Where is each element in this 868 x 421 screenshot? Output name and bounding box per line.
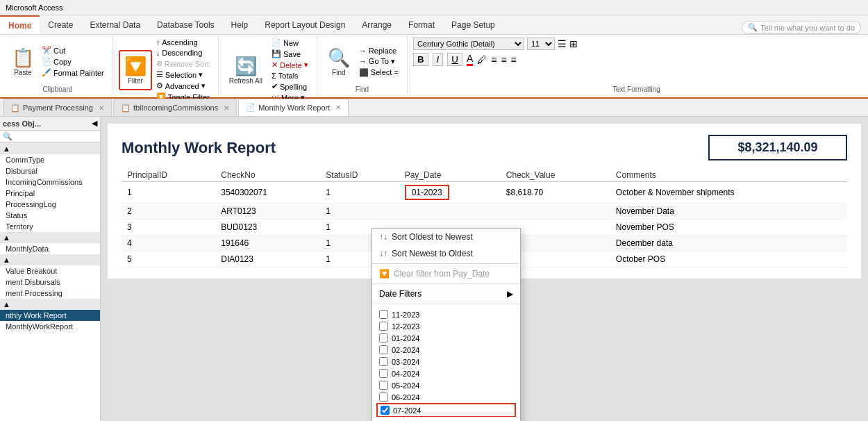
align-center-icon: ≡ <box>501 54 506 65</box>
spelling-button[interactable]: ✔ Spelling <box>269 81 311 92</box>
clear-filter-button[interactable]: 🔽 Clear filter from Pay_Date <box>372 265 520 282</box>
sidebar-item-value-breakout[interactable]: Value Breakout <box>0 265 100 276</box>
descending-icon: ↓ <box>156 49 160 57</box>
sidebar-item-status[interactable]: Status <box>0 210 100 221</box>
sidebar-item-territory[interactable]: Territory <box>0 221 100 232</box>
cut-button[interactable]: ✂️ Cut <box>39 45 107 56</box>
checkbox-12-2023[interactable] <box>379 322 388 331</box>
report-total: $8,321,140.09 <box>737 140 817 154</box>
delete-icon: ✕ <box>272 60 278 69</box>
ascending-button[interactable]: ↑ Ascending <box>153 38 212 47</box>
italic-button[interactable]: I <box>433 53 444 66</box>
paste-button[interactable]: 📋 Paste <box>8 42 37 82</box>
sidebar-forms-header[interactable]: ▲ <box>0 299 100 310</box>
col-check-value: Check_Value <box>501 169 610 182</box>
replace-button[interactable]: → Replace <box>356 46 401 56</box>
filter-button[interactable]: 🔽 Filter <box>119 50 152 90</box>
checkbox-03-2024[interactable] <box>379 357 388 366</box>
records-group: 🔄 Refresh All 📄 New 💾 Save ✕ Delete ▾ <box>219 36 317 94</box>
cell-comments-3: November POS <box>610 220 847 236</box>
sort-oldest-button[interactable]: ↑↓ Sort Oldest to Newest <box>372 229 520 245</box>
tab-monthly-report[interactable]: 📄 Monthly Work Report ✕ <box>238 99 349 116</box>
checkbox-01-2024[interactable] <box>379 333 388 342</box>
remove-sort-icon: ⊗ <box>156 59 162 68</box>
filter-check-01-2024[interactable]: 01-2024 <box>376 332 516 344</box>
tab-incoming-icon: 📋 <box>121 104 131 113</box>
tab-database-tools[interactable]: Database Tools <box>149 15 223 34</box>
sidebar-item-principal[interactable]: Principal <box>0 188 100 199</box>
tab-monthly-close[interactable]: ✕ <box>335 104 341 111</box>
cell-check-3: BUD0123 <box>215 220 320 236</box>
ribbon: Home Create External Data Database Tools… <box>0 15 868 99</box>
sidebar-item-processinglog[interactable]: ProcessingLog <box>0 199 100 210</box>
bold-button[interactable]: B <box>413 53 428 66</box>
sidebar-reports-header[interactable]: ▲ <box>0 254 100 265</box>
ribbon-tab-row: Home Create External Data Database Tools… <box>0 15 868 35</box>
tab-page-setup[interactable]: Page Setup <box>443 15 503 34</box>
copy-button[interactable]: 📄 Copy <box>39 56 107 67</box>
totals-button[interactable]: Σ Totals <box>269 71 311 81</box>
tab-incoming-close[interactable]: ✕ <box>224 104 229 112</box>
sidebar-item-ment-processing[interactable]: ment Processing <box>0 288 100 299</box>
sidebar-item-monthly-work-report[interactable]: nthly Work Report <box>0 310 100 321</box>
filter-check-04-2024[interactable]: 04-2024 <box>376 368 516 379</box>
clear-filter-icon: 🔽 <box>379 269 390 279</box>
tab-external-data[interactable]: External Data <box>81 15 149 34</box>
sidebar-item-monthlydata[interactable]: MonthlyData <box>0 243 100 254</box>
checkbox-11-2023[interactable] <box>379 310 388 319</box>
underline-button[interactable]: U <box>447 53 462 66</box>
sidebar-collapse-icon[interactable]: ◀ <box>92 119 97 128</box>
sort-filter-group: 🔽 Filter ↑ Ascending ↓ Descending ⊗ Remo… <box>113 36 219 94</box>
checkbox-05-2024[interactable] <box>379 381 388 390</box>
sidebar-item-ment-disbursals[interactable]: ment Disbursals <box>0 276 100 288</box>
tab-home[interactable]: Home <box>0 15 40 34</box>
checkbox-06-2024[interactable] <box>379 393 388 402</box>
ribbon-search-box[interactable]: 🔍 Tell me what you want to do <box>742 21 861 34</box>
sidebar-item-disbursal[interactable]: Disbursal <box>0 165 100 176</box>
checkbox-02-2024[interactable] <box>379 345 388 354</box>
tab-format[interactable]: Format <box>400 15 443 34</box>
tab-help[interactable]: Help <box>223 15 257 34</box>
font-size-dropdown[interactable]: 11 <box>527 38 555 50</box>
sidebar-item-commtype[interactable]: CommType <box>0 154 100 165</box>
delete-button[interactable]: ✕ Delete ▾ <box>269 60 311 70</box>
save-button[interactable]: 💾 Save <box>269 49 311 59</box>
sidebar-tables-header[interactable]: ▲ <box>0 143 100 154</box>
filter-check-11-2023[interactable]: 11-2023 <box>376 308 516 320</box>
filter-check-05-2024[interactable]: 05-2024 <box>376 379 516 391</box>
tab-create[interactable]: Create <box>40 15 81 34</box>
sort-newest-button[interactable]: ↓↑ Sort Newest to Oldest <box>372 245 520 262</box>
filter-check-03-2024[interactable]: 03-2024 <box>376 356 516 368</box>
paste-label: Paste <box>14 69 32 76</box>
filter-check-12-2023[interactable]: 12-2023 <box>376 320 516 332</box>
tab-payment-close[interactable]: ✕ <box>99 104 104 112</box>
text-formatting-label: Text Formatting <box>612 85 660 93</box>
filter-check-06-2024[interactable]: 06-2024 <box>376 391 516 403</box>
filter-check-02-2024[interactable]: 02-2024 <box>376 344 516 356</box>
sidebar-item-monthlyworkreport[interactable]: MonthlyWorkReport <box>0 321 100 332</box>
select-button[interactable]: ⬛ Select = <box>356 67 401 78</box>
selection-button[interactable]: ☰ Selection ▾ <box>153 69 212 80</box>
font-dropdown[interactable]: Century Gothic (Detail) <box>413 38 524 50</box>
refresh-button[interactable]: 🔄 Refresh All <box>224 50 267 90</box>
sidebar-queries-header[interactable]: ▲ <box>0 232 100 243</box>
filter-check-07-2024[interactable]: 07-2024 <box>376 403 516 417</box>
descending-button[interactable]: ↓ Descending <box>153 48 212 58</box>
checkbox-04-2024[interactable] <box>379 369 388 378</box>
sidebar-item-incoming[interactable]: IncomingCommissions <box>0 176 100 188</box>
align-left-icon: ≡ <box>491 54 496 65</box>
goto-button[interactable]: → Go To ▾ <box>356 56 401 67</box>
advanced-button[interactable]: ⚙ Advanced ▾ <box>153 81 212 91</box>
tab-report-layout[interactable]: Report Layout Design <box>256 15 353 34</box>
tab-incoming-commissions[interactable]: 📋 tblIncomingCommissions ✕ <box>113 99 237 116</box>
tab-payment-processing[interactable]: 📋 Payment Processing ✕ <box>3 99 112 116</box>
checkbox-07-2024[interactable] <box>381 406 390 415</box>
find-button[interactable]: 🔍 Find <box>323 42 355 82</box>
format-painter-button[interactable]: 🖌️ Format Painter <box>39 67 107 78</box>
tab-arrange[interactable]: Arrange <box>353 15 400 34</box>
advanced-icon: ⚙ <box>156 81 163 90</box>
date-filters-submenu[interactable]: Date Filters ▶ <box>372 286 520 302</box>
new-button[interactable]: 📄 New <box>269 38 311 48</box>
tabs-bar: 📋 Payment Processing ✕ 📋 tblIncomingComm… <box>0 99 868 117</box>
remove-sort-button[interactable]: ⊗ Remove Sort <box>153 58 212 69</box>
